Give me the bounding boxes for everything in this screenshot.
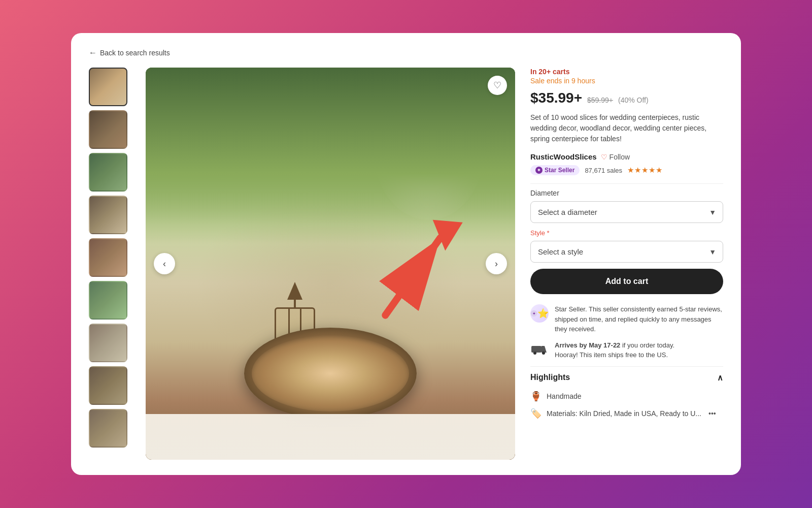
thumbnail-item[interactable] bbox=[89, 238, 127, 277]
style-required-label: Style * bbox=[530, 229, 723, 237]
diameter-select[interactable]: Select a diameter 6 inches 8 inches 10 i… bbox=[530, 201, 723, 223]
next-image-button[interactable]: › bbox=[486, 253, 507, 274]
svg-marker-5 bbox=[542, 346, 547, 353]
add-to-cart-button[interactable]: Add to cart bbox=[530, 269, 723, 294]
svg-point-7 bbox=[542, 352, 545, 355]
highlights-toggle-icon: ∧ bbox=[717, 373, 723, 383]
follow-heart-icon: ♡ bbox=[601, 153, 607, 161]
star-seller-description: Star Seller. This seller consistently ea… bbox=[555, 304, 723, 334]
highlight-1-text: Handmade bbox=[547, 392, 582, 400]
materials-icon: 🏷️ bbox=[530, 408, 542, 419]
product-page-card: ← Back to search results bbox=[71, 33, 741, 475]
shipping-if-order: if you order today. bbox=[622, 341, 674, 349]
highlights-title: Highlights bbox=[530, 373, 570, 382]
shipping-info: Arrives by May 17-22 if you order today.… bbox=[530, 340, 723, 360]
highlight-2-text: Materials: Kiln Dried, Made in USA, Read… bbox=[547, 409, 701, 418]
star-seller-info-icon: ✦ bbox=[530, 304, 549, 323]
thumbnail-item[interactable] bbox=[89, 153, 127, 192]
current-price: $35.99+ bbox=[530, 90, 582, 106]
back-arrow-icon: ← bbox=[89, 48, 97, 57]
svg-rect-4 bbox=[531, 346, 542, 353]
background-foliage bbox=[146, 68, 515, 244]
star-seller-info: ✦ Star Seller. This seller consistently … bbox=[530, 304, 723, 334]
highlight-item-2: 🏷️ Materials: Kiln Dried, Made in USA, R… bbox=[530, 405, 723, 422]
truck-svg bbox=[531, 344, 548, 355]
price-row: $35.99+ $59.99+ (40% Off) bbox=[530, 90, 723, 106]
thumbnail-item[interactable] bbox=[89, 281, 127, 320]
sale-ends-text: Sale ends in 9 hours bbox=[530, 77, 723, 85]
diameter-select-wrapper: Select a diameter 6 inches 8 inches 10 i… bbox=[530, 201, 723, 223]
shipping-arrives: Arrives by May 17-22 bbox=[555, 341, 620, 349]
product-info-panel: In 20+ carts Sale ends in 9 hours $35.99… bbox=[530, 68, 723, 460]
seller-name[interactable]: RusticWoodSlices bbox=[530, 152, 597, 161]
highlights-section: Highlights ∧ 🏺 Handmade 🏷️ Materials: Ki… bbox=[530, 366, 723, 422]
back-link[interactable]: ← Back to search results bbox=[89, 48, 723, 57]
highlights-header[interactable]: Highlights ∧ bbox=[530, 366, 723, 388]
original-price: $59.99+ bbox=[587, 96, 613, 104]
sales-count: 87,671 sales bbox=[585, 167, 622, 174]
in-carts-text: In 20+ carts bbox=[530, 68, 723, 76]
thumbnail-item[interactable] bbox=[89, 68, 127, 106]
follow-button[interactable]: ♡ Follow bbox=[601, 153, 630, 161]
prev-image-button[interactable]: ‹ bbox=[154, 253, 175, 274]
main-product-image bbox=[146, 68, 515, 460]
seller-row: RusticWoodSlices ♡ Follow bbox=[530, 152, 723, 161]
shipping-free-text: Hooray! This item ships free to the US. bbox=[555, 351, 668, 359]
product-title: Set of 10 wood slices for wedding center… bbox=[530, 112, 723, 144]
thumbnail-list bbox=[89, 68, 130, 460]
star-seller-label: Star Seller bbox=[545, 167, 574, 174]
main-content: ‹ › ♡ In 20+ carts Sale ends in 9 hours bbox=[89, 68, 723, 460]
style-select[interactable]: Select a style Natural Sanded Finished bbox=[530, 241, 723, 263]
follow-label: Follow bbox=[610, 153, 630, 161]
wood-slice bbox=[244, 328, 417, 419]
star-rating: ★★★★★ bbox=[627, 166, 663, 175]
shipping-text: Arrives by May 17-22 if you order today.… bbox=[555, 340, 674, 360]
back-link-label: Back to search results bbox=[100, 49, 170, 57]
divider bbox=[530, 183, 723, 184]
thumbnail-item[interactable] bbox=[89, 110, 127, 149]
discount-label: (40% Off) bbox=[618, 96, 649, 104]
thumbnail-item[interactable] bbox=[89, 366, 127, 405]
more-options-icon[interactable]: ••• bbox=[708, 409, 716, 418]
seller-stats: ✦ Star Seller 87,671 sales ★★★★★ bbox=[530, 165, 723, 175]
thumbnail-item[interactable] bbox=[89, 409, 127, 448]
highlight-item-1: 🏺 Handmade bbox=[530, 388, 723, 405]
svg-point-6 bbox=[533, 352, 536, 355]
star-badge-svg: ✦ bbox=[530, 308, 537, 319]
style-select-wrapper: Select a style Natural Sanded Finished ▼ bbox=[530, 241, 723, 263]
diameter-label: Diameter bbox=[530, 189, 723, 197]
table-surface bbox=[146, 414, 515, 460]
handmade-icon: 🏺 bbox=[530, 391, 542, 402]
thumbnail-item[interactable] bbox=[89, 196, 127, 234]
truck-icon bbox=[530, 340, 549, 359]
star-seller-icon: ✦ bbox=[535, 167, 543, 174]
star-seller-badge: ✦ Star Seller bbox=[530, 165, 580, 175]
main-image-container: ‹ › ♡ bbox=[146, 68, 515, 460]
svg-text:✦: ✦ bbox=[532, 311, 536, 316]
favorite-button[interactable]: ♡ bbox=[488, 76, 507, 95]
thumbnail-item[interactable] bbox=[89, 324, 127, 362]
